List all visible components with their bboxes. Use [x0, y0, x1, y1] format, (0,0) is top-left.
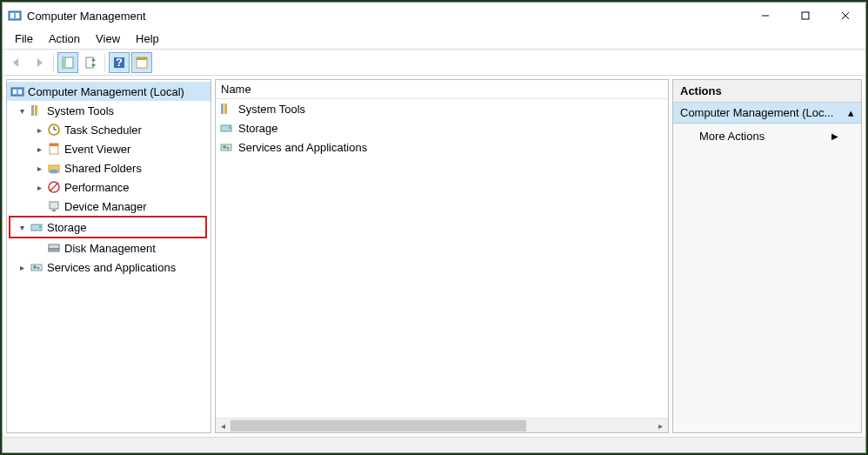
- menu-help[interactable]: Help: [129, 30, 166, 47]
- console-tree[interactable]: Computer Management (Local) ▾ System Too…: [6, 79, 211, 433]
- back-button[interactable]: [6, 52, 27, 73]
- svg-rect-13: [137, 57, 147, 60]
- svg-point-43: [223, 145, 226, 149]
- tree-label: Storage: [47, 221, 87, 234]
- chevron-right-icon[interactable]: ▸: [33, 183, 45, 192]
- svg-rect-17: [35, 105, 37, 116]
- chevron-down-icon[interactable]: ▾: [16, 106, 28, 116]
- list-item-system-tools[interactable]: System Tools: [216, 99, 668, 118]
- tree-disk-management[interactable]: Disk Management: [7, 238, 210, 258]
- system-tools-icon: [219, 102, 233, 116]
- svg-text:?: ?: [116, 56, 123, 69]
- svg-rect-39: [221, 104, 224, 114]
- performance-icon: [47, 180, 61, 194]
- actions-group[interactable]: Computer Management (Loc... ▴: [673, 103, 861, 124]
- tree-system-tools[interactable]: ▾ System Tools: [7, 101, 210, 120]
- menu-file[interactable]: File: [8, 30, 40, 47]
- tree-label: System Tools: [47, 104, 114, 117]
- maximize-button[interactable]: [785, 3, 825, 29]
- actions-title: Actions: [673, 80, 861, 103]
- svg-rect-4: [802, 12, 809, 19]
- tree-label: Services and Applications: [47, 261, 176, 274]
- system-tools-icon: [30, 104, 43, 117]
- computer-management-window: Computer Management File Action View Hel…: [2, 2, 866, 453]
- services-icon: [219, 140, 233, 154]
- tree-performance[interactable]: ▸ Performance: [7, 177, 210, 197]
- tree-label: Shared Folders: [64, 162, 142, 175]
- help-button[interactable]: ?: [109, 52, 130, 73]
- svg-rect-9: [86, 57, 93, 68]
- scroll-track[interactable]: [230, 418, 653, 432]
- svg-rect-2: [16, 13, 19, 18]
- tree-event-viewer[interactable]: ▸ Event Viewer: [7, 139, 210, 158]
- svg-rect-16: [18, 90, 22, 94]
- tree-services-apps[interactable]: ▸ Services and Applications: [7, 258, 210, 277]
- menu-view[interactable]: View: [89, 30, 127, 47]
- list-item-storage[interactable]: Storage: [216, 118, 668, 137]
- tree-label: Event Viewer: [64, 143, 130, 156]
- tree-label: Computer Management (Local): [28, 85, 184, 98]
- shared-folders-icon: [47, 161, 61, 175]
- svg-rect-34: [49, 249, 59, 251]
- tree-root[interactable]: Computer Management (Local): [7, 82, 210, 101]
- services-icon: [30, 260, 43, 274]
- mmc-body: Computer Management (Local) ▾ System Too…: [3, 76, 865, 437]
- window-title: Computer Management: [27, 10, 745, 23]
- svg-rect-18: [31, 105, 34, 116]
- toolbar-separator: [104, 54, 105, 71]
- svg-point-37: [37, 267, 40, 270]
- menubar: File Action View Help: [3, 29, 865, 50]
- list-item-label: Storage: [238, 122, 278, 135]
- device-manager-icon: [47, 199, 61, 213]
- close-button[interactable]: [825, 3, 865, 29]
- properties-button[interactable]: [131, 52, 152, 73]
- submenu-arrow-icon: ▶: [831, 131, 838, 141]
- chevron-right-icon[interactable]: ▸: [16, 263, 28, 272]
- tree-device-manager[interactable]: Device Manager: [7, 197, 210, 216]
- show-hide-tree-button[interactable]: [57, 52, 78, 73]
- app-icon: [8, 9, 22, 23]
- storage-highlight: ▾ Storage: [9, 216, 207, 238]
- svg-rect-15: [13, 90, 17, 94]
- svg-rect-33: [49, 244, 59, 249]
- tree-label: Disk Management: [64, 242, 156, 255]
- list-item-label: System Tools: [238, 103, 305, 116]
- computer-mgmt-icon: [10, 84, 24, 98]
- actions-pane: Actions Computer Management (Loc... ▴ Mo…: [672, 79, 862, 433]
- svg-line-28: [50, 183, 58, 191]
- tree-task-scheduler[interactable]: ▸ Task Scheduler: [7, 120, 210, 139]
- list-item-label: Services and Applications: [238, 141, 367, 154]
- actions-item-label: More Actions: [699, 130, 765, 143]
- tree-shared-folders[interactable]: ▸ Shared Folders: [7, 158, 210, 177]
- list-column-name[interactable]: Name: [216, 80, 668, 99]
- clock-icon: [47, 123, 61, 137]
- forward-button[interactable]: [29, 52, 50, 73]
- scroll-right-icon[interactable]: ▸: [653, 421, 668, 431]
- export-list-button[interactable]: [80, 52, 101, 73]
- chevron-down-icon[interactable]: ▾: [16, 223, 28, 232]
- actions-group-label: Computer Management (Loc...: [680, 106, 833, 119]
- toolbar-separator: [53, 54, 54, 71]
- statusbar: [3, 437, 865, 452]
- list-item-services-apps[interactable]: Services and Applications: [216, 137, 668, 157]
- svg-point-32: [39, 226, 41, 228]
- horizontal-scrollbar[interactable]: ◂ ▸: [216, 418, 668, 432]
- toolbar: ?: [3, 50, 865, 76]
- svg-rect-1: [10, 13, 14, 18]
- svg-rect-8: [63, 57, 66, 68]
- scroll-thumb[interactable]: [230, 420, 526, 432]
- actions-more-actions[interactable]: More Actions ▶: [673, 124, 861, 148]
- chevron-right-icon[interactable]: ▸: [33, 125, 45, 135]
- titlebar[interactable]: Computer Management: [3, 3, 865, 29]
- minimize-button[interactable]: [745, 3, 785, 29]
- svg-rect-29: [50, 202, 58, 209]
- collapse-up-icon[interactable]: ▴: [848, 106, 854, 119]
- scroll-left-icon[interactable]: ◂: [216, 421, 230, 431]
- chevron-right-icon[interactable]: ▸: [33, 144, 45, 154]
- tree-storage[interactable]: ▾ Storage: [10, 217, 205, 237]
- svg-rect-38: [224, 104, 227, 114]
- list-body[interactable]: System Tools Storage Services and Applic…: [216, 99, 668, 418]
- chevron-right-icon[interactable]: ▸: [33, 164, 45, 173]
- disk-mgmt-icon: [47, 241, 61, 255]
- menu-action[interactable]: Action: [42, 30, 87, 47]
